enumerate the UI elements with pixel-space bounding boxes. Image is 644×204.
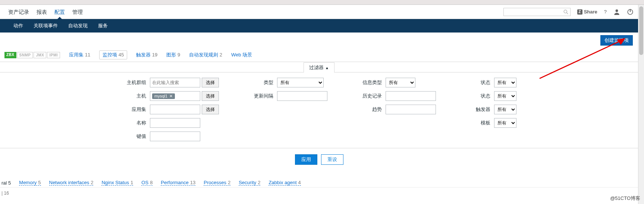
filter-toggle[interactable]: 过滤器▲ [304, 62, 334, 72]
app-network[interactable]: Network interfaces2 [49, 180, 94, 186]
select-host-group-button[interactable]: 选择 [202, 78, 219, 87]
select-trigger[interactable]: 所有 [494, 105, 516, 114]
lbl-key: 键值 [122, 133, 150, 140]
host-pill-remove-icon[interactable]: ✕ [169, 94, 173, 99]
input-history[interactable] [386, 91, 436, 101]
top-search-input[interactable] [503, 8, 571, 16]
app-memory[interactable]: Memory5 [19, 180, 41, 186]
select-application-button[interactable]: 选择 [202, 105, 219, 114]
lbl-application: 应用集 [122, 106, 150, 113]
host-pill[interactable]: mysql1✕ [152, 93, 175, 99]
lbl-host: 主机 [122, 93, 150, 99]
svg-line-1 [566, 13, 568, 14]
app-zabbix-agent[interactable]: Zabbix agent4 [268, 180, 301, 186]
nav-config[interactable]: 配置 [51, 5, 69, 19]
top-search-wrap [503, 8, 571, 16]
svg-point-2 [616, 9, 618, 12]
proto-zbx-badge: ZBX [4, 52, 16, 58]
proto-jmx-badge: JMX [34, 52, 46, 58]
tab-applications[interactable]: 应用集 11 [69, 52, 90, 58]
input-host[interactable]: mysql1✕ [150, 91, 200, 101]
input-interval[interactable] [277, 91, 327, 101]
filter-col3: 信息类型 所有 历史记录 趋势 [357, 78, 436, 141]
app-cut-prefix: ral 5 [1, 180, 11, 186]
lbl-history: 历史记录 [357, 93, 386, 99]
tab-triggers[interactable]: 触发器 19 [136, 52, 157, 58]
tab-web[interactable]: Web 场景 [231, 52, 252, 58]
row-count: | 16 [0, 188, 638, 199]
create-bar: 创建监控项 [0, 33, 638, 48]
tab-graphs[interactable]: 图形 9 [166, 52, 180, 58]
svg-point-0 [564, 10, 567, 13]
filter-col4: 状态 所有 状态 所有 触发器 所有 模板 所有 [466, 78, 516, 141]
lbl-type: 类型 [249, 79, 277, 86]
apply-button[interactable]: 应用 [295, 154, 317, 165]
watermark: @51CTO博客 [610, 195, 640, 202]
select-host-button[interactable]: 选择 [202, 91, 219, 101]
input-name[interactable] [150, 118, 200, 128]
filter-form: 主机群组 选择 主机 mysql1✕ 选择 应用集 选择 名称 键值 类型 所 [0, 72, 638, 148]
lbl-trigger: 触发器 [466, 106, 494, 113]
filter-toggle-row: 过滤器▲ [0, 62, 638, 72]
reset-button[interactable]: 重设 [321, 154, 343, 165]
vertical-scrollbar[interactable] [638, 5, 644, 204]
scrollbar-thumb[interactable] [639, 6, 643, 55]
filter-col1: 主机群组 选择 主机 mysql1✕ 选择 应用集 选择 名称 键值 [122, 78, 219, 141]
share-label: Share [584, 9, 597, 15]
app-security[interactable]: Security2 [239, 180, 260, 186]
power-icon[interactable] [627, 9, 634, 15]
user-icon[interactable] [613, 9, 620, 15]
sub-nav: 动作 关联项事件 自动发现 服务 [0, 19, 638, 33]
input-host-group[interactable] [150, 78, 200, 87]
sub-actions[interactable]: 动作 [8, 19, 28, 33]
select-template[interactable]: 所有 [494, 118, 516, 128]
app-os[interactable]: OS8 [141, 180, 153, 186]
application-list-row: ral 5 Memory5 Network interfaces2 Nginx … [0, 175, 638, 188]
filter-col2: 类型 所有 更新间隔 [249, 78, 327, 141]
lbl-name: 名称 [122, 120, 150, 126]
input-application[interactable] [150, 105, 200, 114]
nav-reports[interactable]: 报表 [33, 5, 51, 19]
input-key[interactable] [150, 132, 200, 141]
lbl-status: 状态 [466, 93, 494, 99]
protocol-badges: ZBX SNMP JMX IPMI [4, 52, 60, 58]
tab-discovery-rules[interactable]: 自动发现规则 2 [189, 52, 222, 58]
tab-items[interactable]: 监控项 45 [99, 50, 127, 59]
top-nav: 资产记录 报表 配置 管理 ZShare ? [0, 5, 638, 19]
lbl-template: 模板 [466, 120, 494, 126]
nav-inventory[interactable]: 资产记录 [4, 5, 33, 19]
sub-discovery[interactable]: 自动发现 [63, 19, 93, 33]
proto-ipmi-badge: IPMI [47, 52, 60, 58]
sub-services[interactable]: 服务 [93, 19, 113, 33]
lbl-trend: 趋势 [357, 106, 386, 113]
browser-chrome-bar [0, 0, 644, 5]
select-info-type[interactable]: 所有 [386, 78, 415, 87]
page-tabs: ZBX SNMP JMX IPMI 应用集 11 监控项 45 触发器 19 图… [0, 48, 638, 62]
share-button[interactable]: ZShare [577, 9, 597, 15]
lbl-info-type: 信息类型 [357, 79, 386, 86]
lbl-host-group: 主机群组 [122, 79, 150, 86]
triangle-up-icon: ▲ [325, 66, 329, 70]
sub-correlation[interactable]: 关联项事件 [28, 19, 63, 33]
select-type[interactable]: 所有 [277, 78, 324, 87]
select-status[interactable]: 所有 [494, 91, 516, 101]
app-performance[interactable]: Performance13 [161, 180, 195, 186]
lbl-state: 状态 [466, 79, 494, 86]
lbl-interval: 更新间隔 [249, 93, 277, 99]
input-trend[interactable] [386, 105, 436, 114]
search-icon[interactable] [563, 9, 568, 14]
app-processes[interactable]: Processes2 [204, 180, 230, 186]
filter-actions: 应用 重设 [0, 154, 638, 165]
select-state[interactable]: 所有 [494, 78, 516, 87]
app-nginx[interactable]: Nginx Status1 [101, 180, 133, 186]
proto-snmp-badge: SNMP [17, 52, 33, 58]
create-item-button[interactable]: 创建监控项 [600, 35, 633, 46]
nav-admin[interactable]: 管理 [69, 5, 87, 19]
help-icon[interactable]: ? [604, 9, 607, 15]
